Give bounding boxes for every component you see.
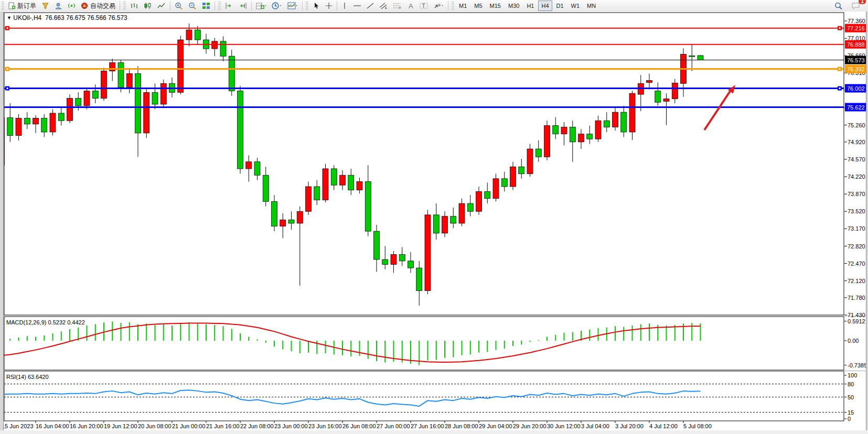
autotrade-button[interactable]: 自动交易	[78, 0, 118, 12]
crosshair-button[interactable]	[323, 0, 335, 12]
timeframe-m1[interactable]: M1	[456, 1, 470, 11]
vertical-line-button[interactable]	[339, 0, 350, 12]
svg-text:-0.7385: -0.7385	[848, 362, 867, 368]
macd-indicator-label: MACD(12,26,9) 0.5232 0.4422	[6, 319, 85, 326]
market-watch-button[interactable]	[52, 0, 65, 12]
cursor-button[interactable]	[310, 0, 323, 12]
svg-text:80: 80	[848, 381, 854, 387]
chart-shift-button[interactable]	[222, 0, 236, 12]
timeframe-h4[interactable]: H4	[538, 1, 552, 11]
chart-svg[interactable]: 77.36077.01076.66076.31075.96075.61075.2…	[0, 12, 868, 434]
svg-text:22 Jun 08:00: 22 Jun 08:00	[240, 423, 274, 429]
svg-text:29 Jun 04:00: 29 Jun 04:00	[479, 423, 512, 429]
svg-text:73.170: 73.170	[848, 225, 865, 232]
svg-text:4 Jul 12:00: 4 Jul 12:00	[649, 423, 678, 429]
timeframe-h1[interactable]: H1	[523, 1, 537, 11]
search-button[interactable]	[832, 0, 845, 12]
zoom-in-button[interactable]	[172, 0, 186, 12]
chart-shift-icon	[225, 2, 233, 9]
svg-text:0: 0	[848, 416, 851, 422]
periods-clock-icon	[272, 2, 282, 10]
svg-text:19 Jun 12:00: 19 Jun 12:00	[104, 423, 137, 429]
channel-button[interactable]: E	[377, 0, 390, 12]
svg-text:3 Jul 04:00: 3 Jul 04:00	[581, 423, 609, 429]
timeframe-mn[interactable]: MN	[584, 1, 599, 11]
rsi-value: 63.6420	[28, 374, 49, 380]
svg-text:75.622: 75.622	[847, 104, 865, 111]
candlestick-chart-icon	[144, 2, 152, 9]
svg-text:23 Jun 00:00: 23 Jun 00:00	[274, 423, 308, 429]
fibonacci-icon: F	[393, 2, 402, 9]
timeframe-w1[interactable]: W1	[568, 1, 583, 11]
templates-button[interactable]	[285, 0, 301, 12]
svg-text:T: T	[422, 3, 425, 9]
timeframe-d1[interactable]: D1	[553, 1, 567, 11]
arrows-tool-button[interactable]	[431, 0, 446, 12]
svg-text:72.470: 72.470	[848, 261, 865, 267]
svg-text:15: 15	[848, 409, 854, 416]
timeframe-m5[interactable]: M5	[471, 1, 485, 11]
text-icon: A	[408, 2, 414, 9]
chat-button[interactable]: 1	[849, 0, 863, 12]
svg-text:71.780: 71.780	[848, 295, 865, 301]
timeframe-group: M1M5M15M30H1H4D1W1MN	[456, 1, 599, 11]
toolbar: 新订单 自动交易	[0, 0, 868, 12]
arrows-tool-icon	[433, 2, 444, 9]
periods-clock-button[interactable]	[269, 0, 285, 12]
autotrade-label: 自动交易	[90, 2, 115, 10]
horizontal-line-button[interactable]	[350, 0, 364, 12]
chart-window: 77.36077.01076.66076.31075.96075.61075.2…	[0, 12, 868, 434]
channel-icon: E	[379, 2, 388, 9]
svg-text:A: A	[409, 2, 413, 9]
svg-text:74.920: 74.920	[848, 139, 865, 145]
svg-text:30 Jun 12:00: 30 Jun 12:00	[547, 423, 581, 429]
svg-text:F: F	[399, 6, 401, 9]
line-chart-icon	[157, 2, 166, 9]
chart-autoscroll-icon	[239, 2, 247, 9]
bar-chart-icon	[130, 2, 138, 9]
text-label-icon: T	[420, 2, 428, 9]
chart-symbol-period: UKOil-,H4	[13, 14, 41, 21]
svg-text:74.570: 74.570	[848, 156, 865, 162]
window-right-edge	[866, 12, 868, 434]
chart-autoscroll-button[interactable]	[236, 0, 250, 12]
trendline-button[interactable]	[364, 0, 377, 12]
vertical-line-icon	[341, 2, 348, 9]
svg-text:21 Jun 16:00: 21 Jun 16:00	[206, 423, 240, 429]
candlestick-chart-button[interactable]	[141, 0, 155, 12]
svg-text:76.888: 76.888	[847, 41, 865, 48]
svg-text:16 Jun 04:00: 16 Jun 04:00	[36, 423, 69, 429]
tile-windows-icon	[202, 2, 210, 9]
svg-text:E: E	[385, 6, 387, 9]
text-label-button[interactable]: T	[417, 0, 431, 12]
funnel-button[interactable]	[39, 0, 52, 12]
timeframe-m15[interactable]: M15	[487, 1, 504, 11]
line-chart-button[interactable]	[155, 0, 168, 12]
window-bottom-edge	[0, 430, 868, 434]
svg-text:71.430: 71.430	[848, 312, 865, 318]
notification-badge: 1	[859, 0, 866, 4]
toolbar-grip	[2, 2, 4, 10]
chart-dropdown-icon[interactable]: ▼	[7, 15, 12, 20]
timeframe-m30[interactable]: M30	[505, 1, 522, 11]
new-order-button[interactable]: 新订单	[6, 0, 39, 12]
fibonacci-button[interactable]: F	[390, 0, 405, 12]
chart-title[interactable]: ▼ UKOil-,H4 76.663 76.675 76.566 76.573	[7, 14, 127, 21]
bar-chart-button[interactable]	[127, 0, 141, 12]
signal-button[interactable]	[65, 0, 78, 12]
add-indicator-button[interactable]	[253, 0, 269, 12]
svg-text:100: 100	[848, 372, 857, 378]
zoom-out-button[interactable]	[186, 0, 199, 12]
funnel-icon	[41, 2, 49, 9]
chart-ohlc-values: 76.663 76.675 76.566 76.573	[45, 14, 127, 21]
text-button[interactable]: A	[405, 0, 417, 12]
tile-windows-button[interactable]	[199, 0, 213, 12]
svg-text:23 Jun 16:00: 23 Jun 16:00	[308, 423, 342, 429]
rsi-indicator-label: RSI(14) 63.6420	[6, 374, 49, 380]
svg-text:76.392: 76.392	[847, 66, 865, 72]
new-order-label: 新订单	[17, 2, 36, 10]
svg-text:73.520: 73.520	[848, 208, 865, 214]
macd-name: MACD(12,26,9)	[6, 319, 46, 326]
zoom-out-icon	[188, 2, 197, 10]
svg-text:3 Jul 20:00: 3 Jul 20:00	[615, 423, 644, 429]
